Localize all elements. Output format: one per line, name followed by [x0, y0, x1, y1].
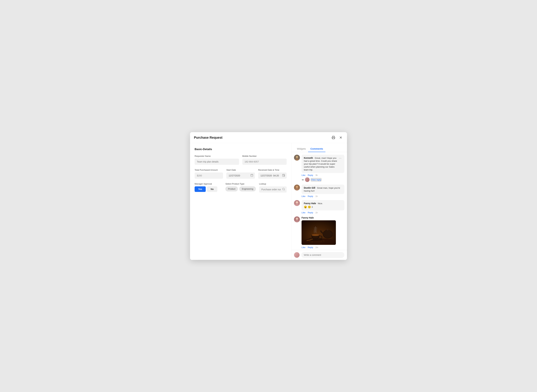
svg-rect-0 — [333, 138, 334, 139]
like-button[interactable]: Like — [302, 246, 305, 249]
close-button[interactable] — [338, 135, 343, 140]
comment-author: Kenneth — [304, 157, 313, 159]
svg-point-30 — [312, 234, 319, 236]
comment-item: Dustin Gill Great man, hope you're havin… — [294, 185, 344, 197]
comment-box: Fanny Hale Nice. 😮 😕 8 — [302, 200, 344, 210]
reply-button[interactable]: Reply — [308, 246, 313, 249]
requester-name-label: Requester Name — [195, 155, 239, 157]
avatar — [294, 155, 300, 161]
reply-avatar — [305, 177, 309, 182]
start-date-field — [226, 173, 255, 179]
calendar-icon — [250, 174, 253, 177]
tab-comments[interactable]: Comments — [308, 146, 325, 152]
svg-point-18 — [296, 186, 298, 188]
main-content: Basic-Details Requester Name Mobile Numb… — [190, 143, 291, 260]
start-date-label: Start Date — [226, 169, 255, 171]
comment-time: 3h — [315, 174, 318, 176]
modal-header-icons — [331, 135, 343, 140]
current-user-avatar — [294, 252, 299, 258]
total-amount-label: Total Purchased Amount — [195, 169, 223, 171]
form-row-1: Requester Name Mobile Number — [195, 155, 287, 165]
sidebar-tabs: Widgets Comments — [291, 143, 347, 152]
manager-approval-label: Manager Approval — [195, 183, 222, 185]
comment-actions: Like Reply 2m — [302, 246, 344, 249]
product-chip[interactable]: Product — [225, 186, 238, 191]
comment-actions: Like Reply 1h — [302, 195, 344, 197]
modal-title: Purchase Request — [194, 136, 223, 140]
mobile-number-group: Mobile Number — [242, 155, 287, 165]
print-button[interactable] — [331, 135, 336, 140]
svg-line-13 — [284, 190, 285, 190]
received-date-label: Received Date & Time — [258, 169, 287, 171]
comments-list: Kenneth Great, man! Hope you had a great… — [291, 152, 347, 250]
comment-content: Kenneth Great, man! Hope you had a great… — [304, 156, 338, 171]
comment-bubble: Dustin Gill Great man, hope you're havin… — [302, 185, 344, 197]
requester-name-input[interactable] — [195, 159, 239, 165]
like-button[interactable]: Like — [302, 174, 305, 176]
yes-button[interactable]: Yes — [195, 186, 206, 192]
comment-input[interactable] — [301, 252, 344, 258]
svg-point-15 — [296, 156, 298, 158]
search-icon — [282, 188, 285, 191]
tea-image-svg — [302, 220, 336, 245]
reply-button[interactable]: Reply — [308, 174, 313, 176]
svg-point-11 — [284, 175, 285, 176]
form-row-3: Manager Approval Yes No Select Product T… — [195, 183, 287, 193]
lookup-label: Lookup — [259, 183, 287, 185]
no-button[interactable]: No — [207, 186, 217, 192]
form-row-2: Total Purchased Amount Start Date — [195, 169, 287, 179]
emoji-surprised: 😮 — [304, 205, 307, 209]
product-type-group: Select Product Type Product Engineering — [225, 183, 256, 193]
comment-time: 1h — [315, 211, 318, 214]
more-options-button[interactable]: ··· — [338, 156, 342, 160]
comment-bubble: Kenneth Great, man! Hope you had a great… — [302, 155, 344, 182]
comment-box-image: Fanny Hale — [302, 216, 344, 245]
comment-time: 1h — [315, 195, 318, 197]
requester-name-group: Requester Name — [195, 155, 239, 165]
avatar — [294, 185, 300, 191]
comment-item: Fanny Hale Nice. 😮 😕 8 Like Reply 1h — [294, 200, 344, 214]
like-button[interactable]: Like — [302, 195, 305, 197]
comment-bubble: Fanny Hale Nice. 😮 😕 8 Like Reply 1h — [302, 200, 344, 214]
modal-body: Basic-Details Requester Name Mobile Numb… — [190, 143, 347, 260]
like-button[interactable]: Like — [302, 211, 305, 214]
svg-point-34 — [327, 229, 328, 230]
emoji-confused: 😕 — [308, 205, 311, 209]
product-type-label: Select Product Type — [225, 183, 256, 185]
modal: Purchase Request Basic-Details — [190, 132, 347, 260]
reply-button[interactable]: Reply — [308, 211, 313, 214]
emoji-count: 8 — [312, 206, 313, 208]
svg-rect-3 — [251, 174, 253, 177]
total-amount-input[interactable] — [195, 173, 223, 179]
modal-header: Purchase Request — [190, 132, 347, 143]
lookup-group: Lookup — [259, 183, 287, 193]
product-type-chips: Product Engineering — [225, 186, 256, 191]
mobile-number-input[interactable] — [242, 159, 287, 165]
approval-buttons: Yes No — [195, 186, 222, 192]
reply-arrow-icon: ➜ — [302, 178, 304, 181]
comment-author: Fanny Hale — [304, 202, 316, 205]
comment-author: Fanny Hale — [302, 216, 343, 219]
comment-item: Kenneth Great, man! Hope you had a great… — [294, 155, 344, 182]
comment-time: 2m — [315, 246, 318, 249]
lookup-field — [259, 186, 287, 193]
comment-bubble: Fanny Hale — [302, 216, 344, 249]
avatar — [294, 200, 300, 206]
comment-header-row: Kenneth Great, man! Hope you had a great… — [304, 156, 342, 171]
view-reply-button[interactable]: View reply — [311, 178, 321, 181]
comment-box: Kenneth Great, man! Hope you had a great… — [302, 155, 344, 173]
comment-box: Dustin Gill Great man, hope you're havin… — [302, 185, 344, 194]
comment-actions: Like Reply 3h — [302, 174, 344, 176]
total-amount-group: Total Purchased Amount — [195, 169, 223, 179]
received-date-field — [258, 173, 287, 179]
comment-item: Fanny Hale — [294, 216, 344, 249]
datetime-calendar-icon — [282, 174, 285, 177]
comment-actions: Like Reply 1h — [302, 211, 344, 214]
mobile-number-label: Mobile Number — [242, 155, 287, 157]
tab-widgets[interactable]: Widgets — [295, 146, 308, 152]
section-title: Basic-Details — [195, 148, 287, 151]
received-date-group: Received Date & Time — [258, 169, 287, 179]
reply-button[interactable]: Reply — [308, 195, 313, 197]
engineering-chip[interactable]: Engineering — [239, 186, 256, 191]
svg-point-32 — [323, 230, 332, 238]
